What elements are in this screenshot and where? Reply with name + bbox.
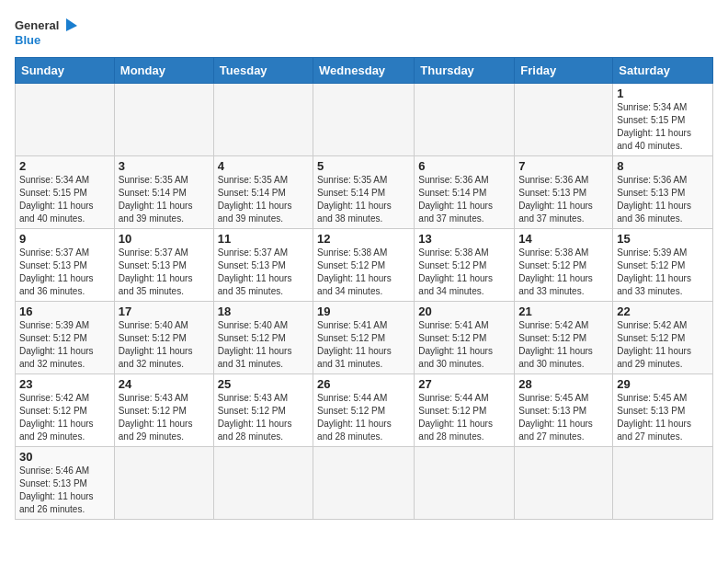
day-number: 11 <box>218 232 309 246</box>
day-number: 16 <box>19 304 110 318</box>
day-info: Sunrise: 5:42 AM Sunset: 5:12 PM Dayligh… <box>617 319 709 371</box>
day-info: Sunrise: 5:45 AM Sunset: 5:13 PM Dayligh… <box>617 392 709 443</box>
calendar-cell <box>213 447 313 520</box>
day-info: Sunrise: 5:35 AM Sunset: 5:14 PM Dayligh… <box>218 174 309 225</box>
calendar-cell: 27Sunrise: 5:44 AM Sunset: 5:12 PM Dayli… <box>415 374 515 447</box>
calendar-week-row: 16Sunrise: 5:39 AM Sunset: 5:12 PM Dayli… <box>16 302 713 374</box>
weekday-header-saturday: Saturday <box>613 58 713 84</box>
day-number: 28 <box>518 377 609 391</box>
weekday-header-row: SundayMondayTuesdayWednesdayThursdayFrid… <box>16 58 713 84</box>
day-number: 27 <box>418 377 510 391</box>
day-info: Sunrise: 5:41 AM Sunset: 5:12 PM Dayligh… <box>317 319 410 371</box>
weekday-header-monday: Monday <box>114 58 213 84</box>
svg-marker-2 <box>66 18 77 37</box>
day-info: Sunrise: 5:44 AM Sunset: 5:12 PM Dayligh… <box>317 392 410 443</box>
calendar-cell: 28Sunrise: 5:45 AM Sunset: 5:13 PM Dayli… <box>515 374 613 447</box>
day-info: Sunrise: 5:39 AM Sunset: 5:12 PM Dayligh… <box>19 319 110 371</box>
day-number: 3 <box>119 159 210 173</box>
day-info: Sunrise: 5:43 AM Sunset: 5:12 PM Dayligh… <box>218 392 309 443</box>
day-info: Sunrise: 5:39 AM Sunset: 5:12 PM Dayligh… <box>617 247 709 298</box>
day-info: Sunrise: 5:35 AM Sunset: 5:14 PM Dayligh… <box>119 174 210 225</box>
day-info: Sunrise: 5:42 AM Sunset: 5:12 PM Dayligh… <box>518 319 609 371</box>
calendar-cell: 17Sunrise: 5:40 AM Sunset: 5:12 PM Dayli… <box>114 302 213 374</box>
calendar-cell: 7Sunrise: 5:36 AM Sunset: 5:13 PM Daylig… <box>515 156 613 229</box>
day-number: 5 <box>317 159 410 173</box>
day-info: Sunrise: 5:35 AM Sunset: 5:14 PM Dayligh… <box>317 174 410 225</box>
calendar-cell: 24Sunrise: 5:43 AM Sunset: 5:12 PM Dayli… <box>114 374 213 447</box>
calendar-cell <box>114 447 213 520</box>
day-info: Sunrise: 5:40 AM Sunset: 5:12 PM Dayligh… <box>218 319 309 371</box>
day-number: 8 <box>617 159 709 173</box>
calendar-week-row: 9Sunrise: 5:37 AM Sunset: 5:13 PM Daylig… <box>16 229 713 302</box>
calendar-cell: 5Sunrise: 5:35 AM Sunset: 5:14 PM Daylig… <box>313 156 415 229</box>
day-number: 22 <box>617 304 709 318</box>
calendar-cell: 2Sunrise: 5:34 AM Sunset: 5:15 PM Daylig… <box>16 156 115 229</box>
day-info: Sunrise: 5:37 AM Sunset: 5:13 PM Dayligh… <box>218 247 309 298</box>
day-info: Sunrise: 5:36 AM Sunset: 5:13 PM Dayligh… <box>617 174 709 225</box>
calendar-cell: 22Sunrise: 5:42 AM Sunset: 5:12 PM Dayli… <box>613 302 713 374</box>
calendar-cell <box>613 447 713 520</box>
calendar-cell: 26Sunrise: 5:44 AM Sunset: 5:12 PM Dayli… <box>313 374 415 447</box>
day-info: Sunrise: 5:38 AM Sunset: 5:12 PM Dayligh… <box>518 247 609 298</box>
day-number: 21 <box>518 304 609 318</box>
calendar-cell: 19Sunrise: 5:41 AM Sunset: 5:12 PM Dayli… <box>313 302 415 374</box>
calendar-cell <box>515 447 613 520</box>
day-info: Sunrise: 5:37 AM Sunset: 5:13 PM Dayligh… <box>119 247 210 298</box>
day-info: Sunrise: 5:38 AM Sunset: 5:12 PM Dayligh… <box>317 247 410 298</box>
day-number: 1 <box>617 86 709 100</box>
calendar-cell <box>415 84 515 156</box>
logo: General Blue <box>15 15 79 50</box>
day-info: Sunrise: 5:37 AM Sunset: 5:13 PM Dayligh… <box>19 247 110 298</box>
weekday-header-wednesday: Wednesday <box>313 58 415 84</box>
calendar-cell: 6Sunrise: 5:36 AM Sunset: 5:14 PM Daylig… <box>415 156 515 229</box>
calendar-cell: 4Sunrise: 5:35 AM Sunset: 5:14 PM Daylig… <box>213 156 313 229</box>
calendar-cell: 12Sunrise: 5:38 AM Sunset: 5:12 PM Dayli… <box>313 229 415 302</box>
weekday-header-thursday: Thursday <box>415 58 515 84</box>
day-info: Sunrise: 5:44 AM Sunset: 5:12 PM Dayligh… <box>418 392 510 443</box>
weekday-header-sunday: Sunday <box>16 58 115 84</box>
day-info: Sunrise: 5:46 AM Sunset: 5:13 PM Dayligh… <box>19 465 110 516</box>
calendar-cell: 18Sunrise: 5:40 AM Sunset: 5:12 PM Dayli… <box>213 302 313 374</box>
weekday-header-friday: Friday <box>515 58 613 84</box>
day-number: 30 <box>19 450 110 464</box>
calendar-cell <box>515 84 613 156</box>
day-info: Sunrise: 5:36 AM Sunset: 5:13 PM Dayligh… <box>518 174 609 225</box>
day-number: 15 <box>617 232 709 246</box>
day-info: Sunrise: 5:34 AM Sunset: 5:15 PM Dayligh… <box>19 174 110 225</box>
calendar-cell: 16Sunrise: 5:39 AM Sunset: 5:12 PM Dayli… <box>16 302 115 374</box>
calendar-cell: 25Sunrise: 5:43 AM Sunset: 5:12 PM Dayli… <box>213 374 313 447</box>
calendar-week-row: 23Sunrise: 5:42 AM Sunset: 5:12 PM Dayli… <box>16 374 713 447</box>
day-number: 14 <box>518 232 609 246</box>
calendar-cell: 21Sunrise: 5:42 AM Sunset: 5:12 PM Dayli… <box>515 302 613 374</box>
calendar-week-row: 1Sunrise: 5:34 AM Sunset: 5:15 PM Daylig… <box>16 84 713 156</box>
calendar-week-row: 2Sunrise: 5:34 AM Sunset: 5:15 PM Daylig… <box>16 156 713 229</box>
calendar-cell <box>114 84 213 156</box>
day-info: Sunrise: 5:42 AM Sunset: 5:12 PM Dayligh… <box>19 392 110 443</box>
day-number: 7 <box>518 159 609 173</box>
calendar-cell: 11Sunrise: 5:37 AM Sunset: 5:13 PM Dayli… <box>213 229 313 302</box>
day-info: Sunrise: 5:41 AM Sunset: 5:12 PM Dayligh… <box>418 319 510 371</box>
calendar-cell: 3Sunrise: 5:35 AM Sunset: 5:14 PM Daylig… <box>114 156 213 229</box>
calendar-cell: 15Sunrise: 5:39 AM Sunset: 5:12 PM Dayli… <box>613 229 713 302</box>
day-info: Sunrise: 5:40 AM Sunset: 5:12 PM Dayligh… <box>119 319 210 371</box>
day-number: 17 <box>119 304 210 318</box>
day-number: 18 <box>218 304 309 318</box>
day-number: 23 <box>19 377 110 391</box>
day-info: Sunrise: 5:34 AM Sunset: 5:15 PM Dayligh… <box>617 101 709 153</box>
day-number: 2 <box>19 159 110 173</box>
calendar-cell: 14Sunrise: 5:38 AM Sunset: 5:12 PM Dayli… <box>515 229 613 302</box>
weekday-header-tuesday: Tuesday <box>213 58 313 84</box>
calendar-cell: 8Sunrise: 5:36 AM Sunset: 5:13 PM Daylig… <box>613 156 713 229</box>
calendar-cell: 10Sunrise: 5:37 AM Sunset: 5:13 PM Dayli… <box>114 229 213 302</box>
day-info: Sunrise: 5:38 AM Sunset: 5:12 PM Dayligh… <box>418 247 510 298</box>
day-info: Sunrise: 5:45 AM Sunset: 5:13 PM Dayligh… <box>518 392 609 443</box>
calendar-cell: 20Sunrise: 5:41 AM Sunset: 5:12 PM Dayli… <box>415 302 515 374</box>
day-number: 25 <box>218 377 309 391</box>
calendar-cell: 1Sunrise: 5:34 AM Sunset: 5:15 PM Daylig… <box>613 84 713 156</box>
calendar-cell <box>213 84 313 156</box>
calendar-cell: 13Sunrise: 5:38 AM Sunset: 5:12 PM Dayli… <box>415 229 515 302</box>
day-number: 12 <box>317 232 410 246</box>
calendar-cell: 23Sunrise: 5:42 AM Sunset: 5:12 PM Dayli… <box>16 374 115 447</box>
calendar-week-row: 30Sunrise: 5:46 AM Sunset: 5:13 PM Dayli… <box>16 447 713 520</box>
day-number: 19 <box>317 304 410 318</box>
